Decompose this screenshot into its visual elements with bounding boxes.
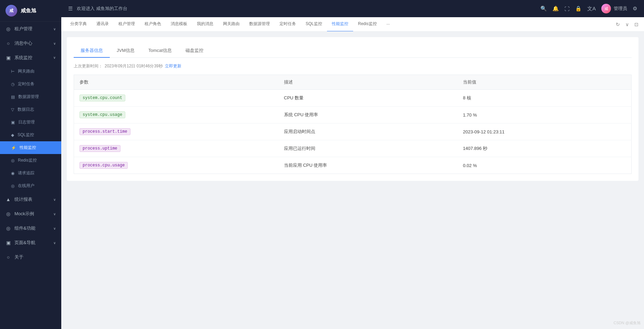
sidebar-label-components: 组件&功能 [14, 225, 35, 231]
desc-cell-2: 应用启动时间点 [278, 123, 457, 140]
tab-scheduled-task[interactable]: 定时任务 [275, 17, 301, 32]
param-cell-0: system.cpu.count [74, 90, 278, 107]
value-cell-4: 0.02 % [457, 157, 632, 174]
menu-toggle-icon[interactable]: ☰ [68, 6, 73, 12]
gateway-icon: ⊢ [11, 69, 14, 74]
header-right: 🔍 🔔 ⛶ 🔒 文A 咸 管理员 ⚙ [540, 4, 637, 13]
stats-icon: ▲ [6, 197, 11, 202]
about-icon: ○ [6, 254, 11, 260]
content-area: 服务器信息 JVM信息 Tomcat信息 磁盘监控 上次更新时间： 2023年0… [61, 32, 644, 329]
table-row: process.uptime应用已运行时间1407.896 秒 [74, 140, 632, 157]
sidebar-item-redis-monitor[interactable]: ◎ Redis监控 [0, 154, 61, 167]
tab-redis-monitor[interactable]: Redis监控 [353, 17, 382, 32]
tab-perf-monitor[interactable]: 性能监控 [327, 17, 353, 32]
tab-tenant-mgmt[interactable]: 租户管理 [114, 17, 140, 32]
sidebar-sub-label-scheduled-task: 定时任务 [18, 81, 34, 87]
param-tag-3: process.uptime [80, 145, 120, 152]
sidebar-menu: ◎ 租户管理 ∨ ○ 消息中心 ∨ ▣ 系统监控 ∧ ⊢ 网关路由 [0, 22, 61, 329]
sidebar-item-data-log[interactable]: ▽ 数据日志 [0, 103, 61, 116]
data-source-icon: ▤ [11, 95, 15, 99]
sidebar-sub-label-request-trace: 请求追踪 [18, 170, 34, 176]
system-monitor-icon: ▣ [6, 55, 11, 61]
param-cell-1: system.cpu.usage [74, 107, 278, 123]
sidebar-label-about: 关于 [14, 254, 23, 260]
tab-tenant-role[interactable]: 租户角色 [140, 17, 166, 32]
sidebar-sub-label-data-log: 数据日志 [18, 107, 34, 112]
sidebar-item-sql-monitor[interactable]: ◆ SQL监控 [0, 129, 61, 141]
admin-profile[interactable]: 咸 管理员 [601, 4, 627, 13]
sub-tab-jvm-info[interactable]: JVM信息 [110, 44, 141, 58]
sidebar-label-message-center: 消息中心 [14, 40, 32, 46]
sidebar-sub-label-online-users: 在线用户 [18, 183, 34, 189]
sub-tab-server-info[interactable]: 服务器信息 [74, 44, 110, 58]
tab-label-data-source-mgmt: 数据源管理 [249, 21, 270, 27]
sidebar-item-tenant[interactable]: ◎ 租户管理 ∨ [0, 22, 61, 36]
param-tag-1: system.cpu.usage [80, 111, 125, 118]
tab-gateway-route[interactable]: 网关路由 [218, 17, 244, 32]
fullscreen-icon[interactable]: ⛶ [564, 6, 570, 12]
sidebar-sub-label-perf-monitor: 性能监控 [20, 145, 36, 151]
sidebar-item-system-monitor[interactable]: ▣ 系统监控 ∧ [0, 51, 61, 65]
sidebar-item-scheduled-task[interactable]: ◷ 定时任务 [0, 78, 61, 90]
tab-label-contacts: 通讯录 [96, 21, 109, 27]
notification-icon[interactable]: 🔔 [552, 6, 559, 12]
translate-icon[interactable]: 文A [587, 6, 596, 12]
message-center-chevron: ∨ [53, 42, 56, 45]
tab-bar-actions: ↻ ∨ ⊡ [614, 20, 640, 29]
tab-contacts[interactable]: 通讯录 [92, 17, 114, 32]
tab-more-icon[interactable]: ⊡ [633, 20, 640, 29]
components-chevron: ∨ [53, 227, 56, 230]
tab-label-gateway-route: 网关路由 [223, 21, 240, 27]
tab-data-source-mgmt[interactable]: 数据源管理 [244, 17, 275, 32]
settings-icon[interactable]: ⚙ [633, 6, 637, 12]
sub-tab-disk-monitor[interactable]: 磁盘监控 [179, 44, 210, 58]
update-link[interactable]: 立即更新 [165, 63, 181, 69]
tab-more[interactable]: ··· [382, 17, 395, 32]
desc-cell-4: 当前应用 CPU 使用率 [278, 157, 457, 174]
tab-label-msg-template: 消息模板 [171, 21, 187, 27]
sub-tab-label-server-info: 服务器信息 [81, 48, 103, 53]
sidebar-sub-label-log-manage: 日志管理 [18, 119, 35, 125]
tab-msg-template[interactable]: 消息模板 [166, 17, 192, 32]
sub-tab-label-jvm-info: JVM信息 [117, 48, 135, 53]
tab-label-scheduled-task: 定时任务 [279, 21, 296, 27]
sidebar-item-about[interactable]: ○ 关于 [0, 250, 61, 264]
request-trace-icon: ◉ [11, 171, 14, 176]
sidebar-item-pages[interactable]: ▣ 页面&导航 ∨ [0, 235, 61, 250]
tab-label-my-messages: 我的消息 [197, 21, 213, 27]
value-cell-1: 1.70 % [457, 107, 632, 123]
search-icon[interactable]: 🔍 [540, 6, 547, 12]
sidebar-item-log-manage[interactable]: ▣ 日志管理 [0, 116, 61, 129]
top-header: ☰ 欢迎进入 咸鱼旭的工作台 🔍 🔔 ⛶ 🔒 文A 咸 管理员 ⚙ [61, 0, 644, 17]
sub-tab-tomcat-info[interactable]: Tomcat信息 [141, 44, 179, 58]
sidebar-item-message-center[interactable]: ○ 消息中心 ∨ [0, 36, 61, 51]
sidebar-item-gateway[interactable]: ⊢ 网关路由 [0, 65, 61, 78]
sub-tabs: 服务器信息 JVM信息 Tomcat信息 磁盘监控 [74, 44, 632, 58]
tab-dropdown-icon[interactable]: ∨ [624, 20, 630, 29]
tab-my-messages[interactable]: 我的消息 [192, 17, 218, 32]
param-cell-4: process.cpu.usage [74, 157, 278, 174]
tab-label-perf-monitor: 性能监控 [332, 21, 348, 27]
col-header-desc: 描述 [278, 75, 457, 90]
sub-tab-label-tomcat-info: Tomcat信息 [148, 48, 172, 53]
header-welcome-text: 欢迎进入 咸鱼旭的工作台 [77, 6, 127, 12]
update-time: 2023年09月12日 01时46分39秒 [105, 63, 163, 69]
tab-classify-dict[interactable]: 分类字典 [65, 17, 92, 32]
sidebar-item-components[interactable]: ◎ 组件&功能 ∨ [0, 221, 61, 235]
sidebar-item-mock[interactable]: ◎ Mock示例 ∨ [0, 207, 61, 221]
sidebar-item-request-trace[interactable]: ◉ 请求追踪 [0, 167, 61, 179]
sidebar-item-data-source[interactable]: ▤ 数据源管理 [0, 90, 61, 103]
table-row: process.cpu.usage当前应用 CPU 使用率0.02 % [74, 157, 632, 174]
col-header-value: 当前值 [457, 75, 632, 90]
sidebar-item-online-users[interactable]: ◎ 在线用户 [0, 179, 61, 192]
tab-refresh-icon[interactable]: ↻ [614, 20, 621, 29]
sidebar-label-system-monitor: 系统监控 [14, 55, 32, 61]
sidebar-item-perf-monitor[interactable]: ⚡ 性能监控 [0, 141, 61, 154]
message-center-icon: ○ [6, 41, 11, 46]
desc-cell-0: CPU 数量 [278, 90, 457, 107]
lock-icon[interactable]: 🔒 [575, 6, 582, 12]
value-cell-3: 1407.896 秒 [457, 140, 632, 157]
sidebar-item-stats[interactable]: ▲ 统计报表 ∨ [0, 192, 61, 207]
pages-icon: ▣ [6, 240, 11, 245]
tab-sql-monitor[interactable]: SQL监控 [301, 17, 327, 32]
